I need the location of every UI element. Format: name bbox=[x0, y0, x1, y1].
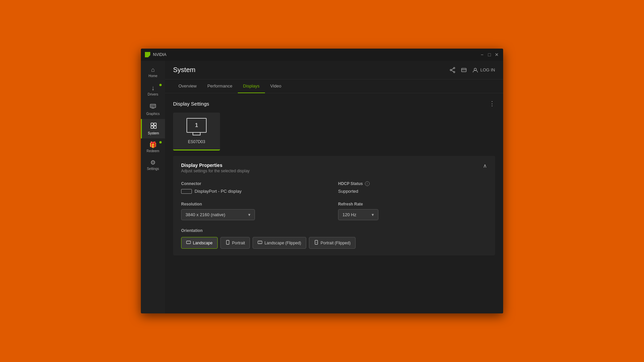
minimize-button[interactable]: − bbox=[480, 52, 484, 57]
tab-performance[interactable]: Performance bbox=[202, 79, 237, 93]
sidebar-item-label: Graphics bbox=[146, 112, 160, 116]
connector-label: Connector bbox=[181, 181, 330, 186]
sidebar-item-label: Home bbox=[149, 74, 158, 78]
content-header: System bbox=[165, 61, 503, 79]
sidebar-item-settings[interactable]: ⚙ Settings bbox=[141, 156, 165, 174]
monitor-icon: 1 bbox=[186, 118, 207, 133]
settings-icon: ⚙ bbox=[150, 160, 156, 166]
orientation-section: Orientation Landscape bbox=[181, 228, 487, 249]
login-button[interactable]: LOG IN bbox=[472, 67, 495, 73]
svg-point-10 bbox=[453, 71, 455, 73]
display-card[interactable]: 1 ES07D03 bbox=[173, 113, 220, 150]
close-button[interactable]: ✕ bbox=[494, 52, 499, 57]
portrait-flipped-icon bbox=[314, 240, 319, 246]
notification-button[interactable] bbox=[461, 67, 467, 73]
hdcp-label: HDCP Status bbox=[338, 181, 363, 186]
title-bar-left: NVIDIA bbox=[145, 52, 166, 57]
content-scroll: Display Settings ⋮ 1 ES07D03 bbox=[165, 93, 503, 313]
title-bar: NVIDIA − □ ✕ bbox=[141, 49, 503, 61]
collapse-button[interactable]: ∧ bbox=[483, 163, 487, 169]
resolution-value: 3840 x 2160 (native) bbox=[185, 212, 225, 217]
svg-rect-14 bbox=[462, 68, 466, 72]
landscape-flipped-icon bbox=[258, 240, 262, 246]
portrait-label: Portrait bbox=[232, 241, 245, 245]
displayport-icon bbox=[181, 189, 192, 194]
displays-row: 1 ES07D03 bbox=[173, 113, 495, 150]
connector-value: DisplayPort - PC display bbox=[195, 189, 241, 194]
sidebar-item-system[interactable]: System bbox=[141, 119, 165, 138]
properties-grid: Connector DisplayPort - PC display HDCP … bbox=[181, 181, 487, 220]
display-properties-section: Display Properties Adjust settings for t… bbox=[173, 156, 495, 255]
app-name: NVIDIA bbox=[153, 52, 166, 57]
tabs-bar: Overview Performance Displays Video bbox=[165, 79, 503, 93]
orientation-portrait-flipped-button[interactable]: Portrait (Flipped) bbox=[309, 237, 356, 249]
sidebar-item-home[interactable]: ⌂ Home bbox=[141, 63, 165, 81]
sidebar-item-label: Redeem bbox=[147, 149, 159, 153]
redeem-dot-indicator bbox=[159, 141, 162, 143]
svg-rect-17 bbox=[186, 241, 191, 244]
hdcp-label-row: HDCP Status i bbox=[338, 181, 487, 186]
svg-rect-8 bbox=[154, 126, 156, 128]
properties-subtitle: Adjust settings for the selected display bbox=[181, 169, 250, 173]
hdcp-group: HDCP Status i Supported bbox=[338, 181, 487, 194]
svg-line-13 bbox=[451, 70, 453, 71]
login-label: LOG IN bbox=[480, 67, 495, 72]
sidebar-item-label: Settings bbox=[147, 167, 159, 171]
svg-line-12 bbox=[451, 68, 453, 70]
refresh-rate-chevron-icon: ▾ bbox=[372, 212, 374, 217]
sidebar-item-redeem[interactable]: 🎁 Redeem bbox=[141, 138, 165, 156]
resolution-group: Resolution 3840 x 2160 (native) ▾ bbox=[181, 202, 330, 220]
display-settings-header: Display Settings ⋮ bbox=[173, 100, 495, 107]
refresh-rate-dropdown[interactable]: 120 Hz ▾ bbox=[338, 209, 378, 220]
system-icon bbox=[150, 122, 157, 130]
connector-display: DisplayPort - PC display bbox=[181, 189, 330, 194]
landscape-icon bbox=[186, 240, 191, 246]
info-icon[interactable]: i bbox=[365, 181, 370, 186]
svg-rect-18 bbox=[226, 240, 229, 244]
svg-rect-0 bbox=[150, 104, 156, 108]
home-icon: ⌂ bbox=[151, 67, 155, 73]
properties-title: Display Properties bbox=[181, 163, 250, 168]
redeem-icon: 🎁 bbox=[149, 142, 157, 148]
svg-rect-7 bbox=[151, 126, 153, 128]
more-options-button[interactable]: ⋮ bbox=[489, 100, 495, 107]
monitor-number: 1 bbox=[195, 122, 198, 128]
orientation-portrait-button[interactable]: Portrait bbox=[220, 237, 250, 249]
landscape-label: Landscape bbox=[193, 241, 213, 245]
connector-group: Connector DisplayPort - PC display bbox=[181, 181, 330, 194]
tab-video[interactable]: Video bbox=[265, 79, 287, 93]
share-button[interactable] bbox=[449, 67, 455, 73]
resolution-dropdown[interactable]: 3840 x 2160 (native) ▾ bbox=[181, 209, 255, 220]
window-controls: − □ ✕ bbox=[480, 52, 499, 57]
page-title: System bbox=[173, 66, 196, 74]
tab-overview[interactable]: Overview bbox=[173, 79, 202, 93]
resolution-chevron-icon: ▾ bbox=[248, 212, 251, 217]
orientation-label: Orientation bbox=[181, 228, 487, 233]
refresh-rate-label: Refresh Rate bbox=[338, 202, 487, 206]
landscape-flipped-label: Landscape (Flipped) bbox=[264, 241, 301, 245]
properties-header: Display Properties Adjust settings for t… bbox=[181, 163, 487, 173]
portrait-icon bbox=[225, 240, 230, 246]
orientation-landscape-button[interactable]: Landscape bbox=[181, 237, 218, 249]
display-name: ES07D03 bbox=[188, 139, 205, 144]
refresh-rate-group: Refresh Rate 120 Hz ▾ bbox=[338, 202, 487, 220]
svg-rect-1 bbox=[151, 105, 153, 107]
hdcp-value: Supported bbox=[338, 189, 487, 194]
header-actions: LOG IN bbox=[449, 67, 495, 73]
maximize-button[interactable]: □ bbox=[487, 52, 492, 57]
drivers-dot-indicator bbox=[159, 84, 162, 86]
sidebar-item-graphics[interactable]: Graphics bbox=[141, 100, 165, 119]
refresh-rate-value: 120 Hz bbox=[342, 212, 356, 217]
sidebar: ⌂ Home ↓ Drivers Graphics bbox=[141, 61, 165, 313]
orientation-landscape-flipped-button[interactable]: Landscape (Flipped) bbox=[253, 237, 306, 249]
tab-displays[interactable]: Displays bbox=[238, 79, 265, 93]
app-window: NVIDIA − □ ✕ ⌂ Home ↓ Drivers bbox=[141, 49, 503, 313]
sidebar-item-label: Drivers bbox=[148, 93, 158, 96]
sidebar-item-label: System bbox=[148, 131, 159, 135]
graphics-icon bbox=[150, 103, 156, 111]
portrait-flipped-label: Portrait (Flipped) bbox=[321, 241, 351, 245]
resolution-label: Resolution bbox=[181, 202, 330, 206]
svg-rect-6 bbox=[154, 123, 156, 125]
sidebar-item-drivers[interactable]: ↓ Drivers bbox=[141, 81, 165, 100]
properties-header-text: Display Properties Adjust settings for t… bbox=[181, 163, 250, 173]
